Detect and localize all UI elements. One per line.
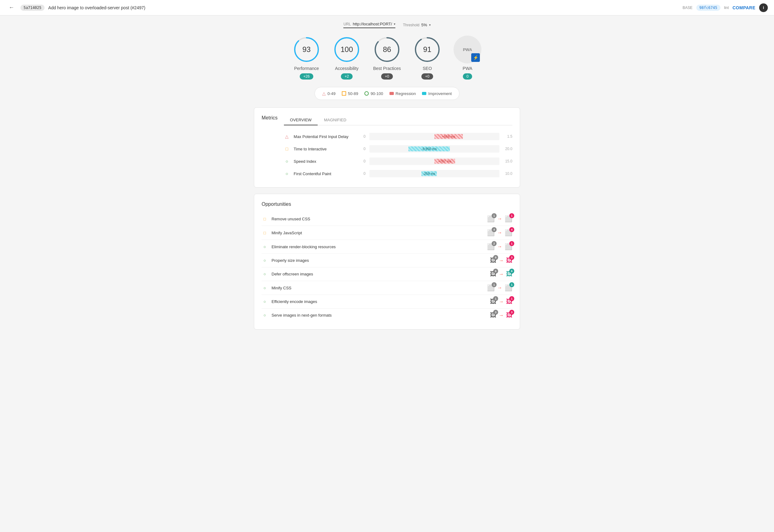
seo-circle: 91 (413, 36, 441, 63)
opp-name-next-gen: Serve images in next-gen formats (271, 313, 487, 318)
info-button[interactable]: i (759, 3, 768, 12)
performance-circle: 93 (292, 36, 320, 63)
score-performance: 93 Performance +26 (292, 36, 320, 80)
seo-label: SEO (423, 66, 432, 71)
arrow-next-gen: → (499, 313, 504, 318)
threshold-label: Threshold (403, 23, 419, 27)
legend-item-regression: Regression (390, 91, 416, 96)
base-badge-minify-js: 4 (492, 227, 497, 232)
base-badge-defer-offscreen: 6 (493, 269, 498, 274)
head-badge-next-gen: 3 (509, 310, 514, 315)
url-selector[interactable]: URL http://localhost:PORT/ ▾ (343, 22, 396, 28)
score-accessibility: 100 Accessibility +2 (333, 36, 361, 80)
score-seo: 91 SEO +0 (413, 36, 441, 80)
base-badge-unused-css: 1 (492, 213, 497, 218)
opp-base-file-unused-css: ⬜ 1 (487, 215, 495, 223)
metric-end-max-fid: 1.5 (503, 134, 513, 139)
opp-name-render-blocking: Eliminate render-blocking resources (271, 244, 483, 249)
metric-start-fcp: 0 (359, 171, 365, 176)
head-badge-minify-css: 1 (509, 282, 514, 287)
commit-title: Add hero image to overloaded-server post… (48, 5, 679, 10)
pwa-shield-icon: ⚡ (471, 53, 480, 62)
legend-item-90-100: 90-100 (364, 91, 383, 96)
base-badge-next-gen: 3 (493, 310, 498, 315)
square-icon-minify-js: □ (261, 231, 268, 235)
performance-label: Performance (294, 66, 319, 71)
opp-head-file-render-blocking: ⬜ 1 (505, 243, 513, 250)
base-badge-render-blocking: 2 (492, 241, 497, 246)
tab-magnified[interactable]: MAGNIFIED (318, 115, 352, 125)
opp-name-size-images: Properly size images (271, 258, 487, 263)
square-icon-unused-css: □ (261, 217, 268, 221)
back-button[interactable]: ← (6, 3, 17, 12)
legend-label-0-49: 0-49 (327, 91, 335, 96)
circle-icon-encode-images: ○ (261, 299, 268, 304)
opp-head-file-minify-js: ⬜ 4 (505, 229, 513, 236)
opp-icons-minify-js: ⬜ 4 → ⬜ 4 (487, 229, 513, 236)
metric-bar-max-fid: +566 ms (435, 134, 463, 139)
head-badge-size-images: 3 (509, 255, 514, 260)
opp-name-unused-css: Remove unused CSS (271, 217, 483, 221)
compare-button[interactable]: COMPARE (733, 5, 755, 10)
opp-head-img-size-images: 🖼 3 (506, 257, 513, 264)
regression-color-icon (390, 92, 394, 95)
metric-bar-speed-index: +767 ms (435, 159, 455, 164)
metric-bar-wrap-max-fid: +566 ms (369, 133, 500, 140)
legend-item-0-49: △ 0-49 (322, 91, 335, 96)
circle-icon-speed-index: ○ (284, 159, 290, 164)
threshold-selector[interactable]: Threshold 5% ▾ (403, 23, 430, 27)
opp-row-defer-offscreen: ○ Defer offscreen images 🖼 6 → 🖼 6 (261, 267, 513, 281)
threshold-value: 5% (422, 23, 427, 27)
legend: △ 0-49 50-89 90-100 Regression Improveme… (314, 87, 460, 100)
metric-row-tti: □ Time to Interactive 0 -9,950 ms 20.0 (284, 143, 513, 155)
opp-base-img-next-gen: 🖼 3 (490, 312, 496, 319)
circle-icon-size-images: ○ (261, 258, 268, 263)
score-best-practices: 86 Best Practices +0 (373, 36, 401, 80)
metric-start-speed-index: 0 (359, 159, 365, 163)
metric-bar-wrap-speed-index: +767 ms (369, 158, 500, 165)
performance-value: 93 (302, 45, 311, 54)
opp-head-file-minify-css: ⬜ 1 (505, 284, 513, 292)
opp-head-img-encode-images: 🖼 1 (506, 298, 513, 305)
accessibility-value: 100 (340, 45, 353, 54)
circle-icon-minify-css: ○ (261, 286, 268, 290)
square-orange-icon (342, 91, 346, 96)
base-badge-minify-css: 1 (492, 282, 497, 287)
opp-name-minify-css: Minify CSS (271, 286, 483, 290)
opp-base-img-size-images: 🖼 9 (490, 257, 496, 264)
circle-icon-defer-offscreen: ○ (261, 272, 268, 276)
best-practices-label: Best Practices (373, 66, 401, 71)
opp-name-encode-images: Efficiently encode images (271, 299, 487, 304)
metric-end-tti: 20.0 (503, 147, 513, 151)
tab-overview[interactable]: OVERVIEW (284, 115, 318, 125)
metrics-title: Metrics (261, 115, 278, 121)
triangle-icon-max-fid: △ (284, 134, 290, 139)
metric-name-tti: Time to Interactive (294, 147, 356, 151)
opp-icons-encode-images: 🖼 1 → 🖼 1 (490, 298, 513, 305)
url-value: http://localhost:PORT/ (352, 22, 392, 26)
accessibility-circle: 100 (333, 36, 361, 63)
main-content: URL http://localhost:PORT/ ▾ Threshold 5… (248, 15, 526, 342)
legend-label-50-89: 50-89 (348, 91, 358, 96)
head-commit-badge: 98fc6745 (696, 5, 720, 11)
head-badge-encode-images: 1 (509, 296, 514, 301)
circle-green-icon (364, 91, 369, 96)
opp-icons-size-images: 🖼 9 → 🖼 3 (490, 257, 513, 264)
opp-row-next-gen: ○ Serve images in next-gen formats 🖼 3 →… (261, 309, 513, 322)
best-practices-value: 86 (383, 45, 391, 54)
metric-row-speed-index: ○ Speed Index 0 +767 ms 15.0 (284, 155, 513, 167)
metric-start-tti: 0 (359, 147, 365, 151)
base-badge-size-images: 9 (493, 255, 498, 260)
head-label: lint (724, 6, 729, 10)
pwa-label: PWA (463, 66, 472, 71)
square-icon-tti: □ (284, 146, 290, 151)
head-badge-minify-js: 4 (509, 227, 514, 232)
opp-row-minify-js: □ Minify JavaScript ⬜ 4 → ⬜ 4 (261, 226, 513, 240)
arrow-render-blocking: → (497, 244, 502, 249)
score-pwa: PWA ⚡ PWA 0 (454, 36, 482, 80)
opp-base-img-encode-images: 🖼 1 (490, 298, 496, 305)
accessibility-badge: +2 (341, 73, 352, 80)
opp-icons-render-blocking: ⬜ 2 → ⬜ 1 (487, 243, 513, 250)
performance-badge: +26 (300, 73, 313, 80)
arrow-defer-offscreen: → (499, 271, 504, 277)
